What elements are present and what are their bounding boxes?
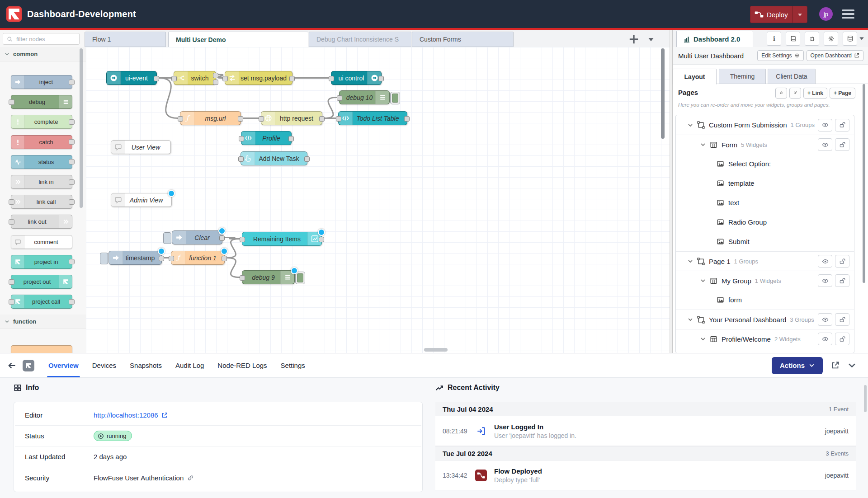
lock-open-button[interactable] [835,333,849,345]
sidebar-info-button[interactable]: i [767,32,781,46]
input-port[interactable] [178,116,183,122]
visibility-eye-button[interactable] [818,138,832,151]
add-link-button[interactable]: + Link [803,88,827,99]
tree-row-form[interactable]: form [676,290,854,310]
palette-node-debug[interactable]: debug [11,95,72,109]
instance-tab-node-red-logs[interactable]: Node-RED Logs [211,353,274,377]
tree-row-text[interactable]: text [676,193,854,212]
instance-tab-settings[interactable]: Settings [274,353,312,377]
sidebar-tabs-caret[interactable] [859,36,864,41]
palette-scrollbar[interactable] [80,48,83,208]
sidebar-db-button[interactable] [843,32,857,46]
flow-tab-Debug-Chart-Inconsistence-S[interactable]: Debug Chart Inconsistence S [309,32,411,47]
sidebar-tab-client-data[interactable]: Client Data [768,69,816,84]
sidebar-bug-button[interactable] [805,32,819,46]
output-port[interactable] [69,119,75,125]
chevron-down-icon[interactable] [700,278,706,283]
open-editor-icon[interactable] [831,361,840,370]
collapse-all-button[interactable] [775,88,787,99]
flow-node-clear[interactable]: Clear [172,230,222,244]
tree-row-my-group[interactable]: My Group1 Widgets [676,271,854,290]
output-port-1[interactable] [213,73,218,78]
chevron-down-icon[interactable] [700,142,706,147]
flow-list-caret[interactable] [648,36,654,42]
open-dashboard-button[interactable]: Open Dashboard [807,50,863,61]
chevron-down-icon[interactable] [688,122,693,128]
flow-node-function-1[interactable]: ƒfunction 1 [171,251,225,265]
visibility-eye-button[interactable] [818,255,832,268]
flow-node-http-request[interactable]: http request [261,111,322,125]
canvas-horizontal-scrollbar[interactable] [424,348,448,352]
output-port[interactable] [154,76,159,81]
avatar[interactable]: jp [819,7,833,21]
output-port[interactable] [319,237,324,242]
tree-row-profile-welcome[interactable]: Profile/Welcome2 Widgets [676,329,854,348]
visibility-eye-button[interactable] [818,333,832,345]
output-port[interactable] [69,299,75,305]
add-flow-button[interactable] [629,34,639,44]
output-port[interactable] [69,80,75,85]
add-page-button[interactable]: + Page [830,88,855,99]
output-port[interactable] [69,199,75,205]
wire[interactable] [325,98,337,118]
tree-row-custom-form-submission[interactable]: Custom Form Submission1 Groups [676,115,854,135]
palette-node-link-call[interactable]: link call [11,195,72,209]
input-port[interactable] [239,136,244,141]
palette-node-comment[interactable]: comment [11,235,72,249]
chevron-down-icon[interactable] [700,336,706,342]
output-port[interactable] [219,235,225,241]
wire[interactable] [227,258,240,277]
palette-node-catch[interactable]: catch [11,135,72,149]
flow-node-debug-9[interactable]: debug 9 [242,270,295,284]
visibility-eye-button[interactable] [818,119,832,132]
collapse-panel-icon[interactable] [848,361,856,370]
input-port[interactable] [222,76,228,81]
output-port[interactable] [69,259,75,264]
tree-row-select-option-[interactable]: Select Option: [676,154,854,174]
back-arrow-icon[interactable] [7,361,16,370]
flow-node-profile[interactable]: Profile [241,131,292,145]
tree-row-radio-group[interactable]: Radio Group [676,212,854,232]
flow-tab-Custom-Forms[interactable]: Custom Forms [412,32,514,47]
output-port[interactable] [238,116,243,122]
debug-toggle-button[interactable] [295,272,305,284]
inject-button[interactable] [100,253,108,264]
palette-node-complete[interactable]: complete [11,115,72,129]
input-port[interactable] [259,116,264,122]
flow-node-add-new-task[interactable]: Add New Task [241,151,307,165]
tree-row-form[interactable]: Form5 Widgets [676,135,854,154]
input-port[interactable] [169,256,174,261]
lock-open-button[interactable] [835,313,849,326]
sidebar-splitter[interactable] [670,30,673,353]
input-port[interactable] [336,116,341,122]
flow-node-set-msg-payload[interactable]: set msg.payload [225,71,292,85]
wire[interactable] [227,239,240,258]
edit-settings-button[interactable]: Edit Settings [757,50,803,61]
tree-row-submit[interactable]: Submit [676,232,854,251]
palette-node-partial[interactable] [11,345,72,353]
output-port[interactable] [159,256,164,261]
filter-nodes-input[interactable] [15,35,71,43]
palette-node-project-call[interactable]: project call [11,295,72,309]
activity-event-row[interactable]: 08:21:49User Logged InUser 'joepavitt' h… [435,416,856,446]
tree-row-page-1[interactable]: Page 11 Groups [676,251,854,271]
tree-row-your-personal-dashboard[interactable]: Your Personal Dashboard3 Groups [676,310,854,329]
sidebar-scrollbar[interactable] [863,84,865,283]
deploy-button[interactable]: Deploy [750,6,807,23]
palette-node-status[interactable]: status [11,155,72,169]
lock-open-button[interactable] [835,138,849,151]
flow-node-debug-10[interactable]: debug 10 [339,90,390,104]
palette-node-link-in[interactable]: link in [11,175,72,189]
palette-node-project-out[interactable]: project out [11,275,72,289]
flow-tab-Multi-User-Demo[interactable]: Multi User Demo [168,32,308,47]
palette-node-inject[interactable]: inject [11,75,72,89]
inject-button[interactable] [163,232,171,244]
canvas-vertical-scrollbar[interactable] [661,48,665,139]
input-port[interactable] [9,299,14,305]
bottom-panel-scrollbar[interactable] [864,385,867,412]
visibility-eye-button[interactable] [818,274,832,287]
activity-event-row[interactable]: 13:34:42Flow DeployedDeploy type 'full'j… [435,460,856,490]
chevron-down-icon[interactable] [688,258,693,264]
lock-open-button[interactable] [835,255,849,268]
input-port[interactable] [238,156,244,162]
